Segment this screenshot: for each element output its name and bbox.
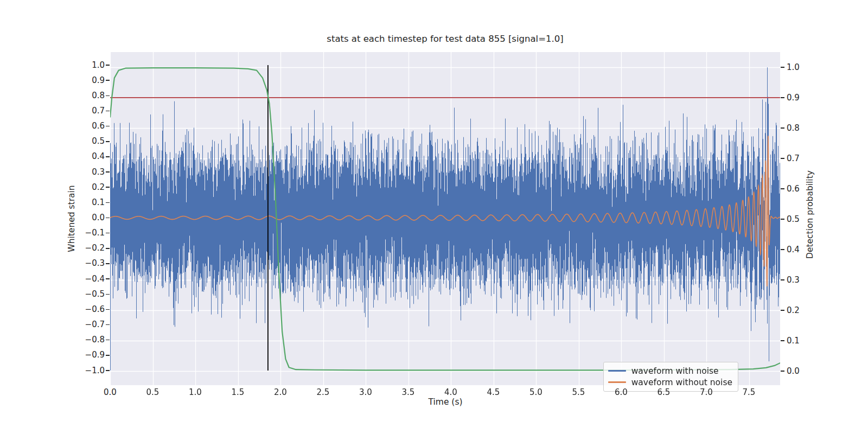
x-tick-label: 2.5	[307, 388, 340, 397]
right-y-tick-label: 0.8	[787, 124, 815, 132]
x-tick-label: 3.5	[392, 388, 425, 397]
chart-title: stats at each timestep for test data 855…	[110, 34, 780, 44]
x-tick-label: 6.0	[605, 388, 637, 397]
left-y-tick-label: 0.5	[76, 137, 105, 145]
x-tick-label: 5.5	[563, 388, 595, 397]
left-y-tick-label: −0.9	[76, 351, 105, 359]
left-y-tick-label: −1.0	[76, 367, 105, 375]
left-y-tick-mark	[106, 370, 110, 371]
right-y-tick-mark	[781, 279, 784, 280]
left-y-tick-mark	[106, 141, 110, 142]
left-y-tick-label: 0.9	[76, 76, 105, 85]
left-y-tick-label: −0.8	[76, 336, 105, 344]
x-tick-label: 7.0	[690, 388, 723, 397]
left-y-tick-mark	[106, 233, 110, 234]
left-y-tick-label: 0.8	[76, 92, 105, 100]
x-tick-label: 0.5	[137, 388, 169, 397]
left-y-tick-mark	[106, 111, 110, 112]
plot-area: waveform with noisewaveform without nois…	[110, 52, 780, 385]
right-y-tick-mark	[781, 249, 784, 250]
x-tick-label: 7.5	[733, 388, 765, 397]
left-y-tick-mark	[106, 263, 110, 264]
right-y-tick-label: 1.0	[787, 63, 815, 72]
left-y-tick-mark	[106, 126, 110, 127]
figure: stats at each timestep for test data 855…	[0, 0, 868, 434]
left-y-tick-label: −0.1	[76, 229, 105, 237]
left-y-tick-mark	[106, 187, 110, 188]
right-y-tick-mark	[781, 188, 784, 189]
legend-line-sample	[608, 370, 626, 372]
x-tick-label: 2.0	[264, 388, 297, 397]
right-y-tick-mark	[781, 340, 784, 341]
left-y-tick-mark	[106, 248, 110, 249]
left-y-tick-label: 0.7	[76, 107, 105, 115]
right-y-tick-mark	[781, 219, 784, 220]
right-y-tick-label: 0.0	[787, 367, 815, 375]
left-y-tick-label: 0.4	[76, 152, 105, 161]
left-y-tick-label: 1.0	[76, 61, 105, 69]
left-y-axis-label: Whitened strain	[67, 181, 76, 257]
left-y-tick-mark	[106, 65, 110, 66]
right-y-tick-label: 0.3	[787, 276, 815, 284]
legend-line-sample	[608, 381, 626, 383]
right-y-axis-label: Detection probability	[805, 172, 815, 259]
x-tick-label: 4.0	[435, 388, 467, 397]
legend-item: waveform with noise	[608, 365, 732, 376]
left-y-tick-mark	[106, 171, 110, 173]
waveform-chart-canvas	[110, 52, 780, 385]
x-tick-label: 3.0	[349, 388, 382, 397]
left-y-tick-mark	[106, 324, 110, 326]
left-y-tick-mark	[106, 95, 110, 97]
x-tick-label: 4.5	[477, 388, 510, 397]
right-y-tick-mark	[781, 158, 784, 159]
left-y-tick-label: −0.2	[76, 244, 105, 252]
left-y-tick-label: 0.2	[76, 183, 105, 192]
left-y-tick-label: −0.4	[76, 275, 105, 283]
left-y-tick-mark	[106, 309, 110, 310]
right-y-tick-mark	[781, 371, 784, 372]
left-y-tick-label: −0.6	[76, 305, 105, 314]
right-y-tick-label: 0.1	[787, 337, 815, 345]
right-y-tick-label: 0.9	[787, 94, 815, 102]
left-y-tick-mark	[106, 355, 110, 356]
left-y-tick-label: −0.7	[76, 321, 105, 329]
legend-item: waveform without noise	[608, 376, 732, 388]
left-y-tick-label: 0.3	[76, 168, 105, 176]
left-y-tick-mark	[106, 202, 110, 203]
x-tick-label: 1.5	[222, 388, 254, 397]
legend-label: waveform without noise	[631, 378, 732, 387]
left-y-tick-label: 0.0	[76, 214, 105, 222]
right-y-tick-mark	[781, 97, 784, 98]
legend-label: waveform with noise	[631, 366, 719, 376]
x-tick-label: 5.0	[520, 388, 552, 397]
left-y-tick-label: −0.3	[76, 259, 105, 267]
left-y-tick-mark	[106, 80, 110, 81]
left-y-tick-mark	[106, 156, 110, 157]
left-y-tick-mark	[106, 218, 110, 219]
right-y-tick-mark	[781, 310, 784, 311]
right-y-tick-mark	[781, 127, 784, 129]
left-y-tick-label: 0.6	[76, 122, 105, 130]
left-y-tick-mark	[106, 294, 110, 295]
right-y-tick-mark	[781, 67, 784, 68]
left-y-tick-label: −0.5	[76, 290, 105, 298]
left-y-tick-label: 0.1	[76, 199, 105, 207]
right-y-tick-label: 0.7	[787, 155, 815, 163]
x-tick-label: 6.5	[648, 388, 680, 397]
x-tick-label: 1.0	[179, 388, 212, 397]
left-y-tick-mark	[106, 340, 110, 341]
left-y-tick-mark	[106, 278, 110, 279]
x-axis-label: Time (s)	[421, 397, 470, 407]
x-tick-label: 0.0	[94, 388, 126, 397]
right-y-tick-label: 0.2	[787, 307, 815, 315]
